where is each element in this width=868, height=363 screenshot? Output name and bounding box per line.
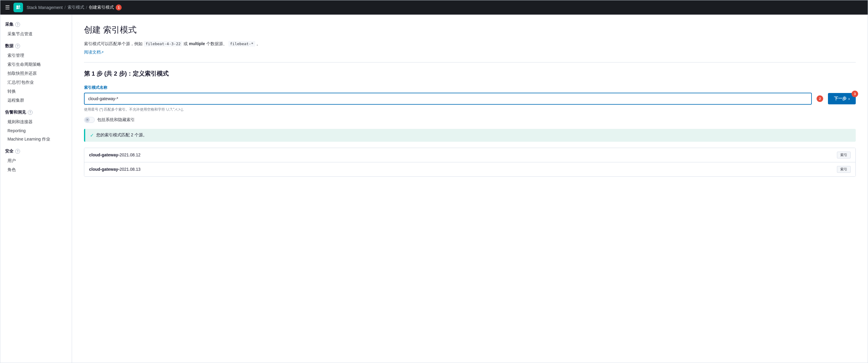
breadcrumb: Stack Management / 索引模式 / 创建索引模式 1 bbox=[27, 4, 122, 10]
success-check-icon: ✓ bbox=[90, 132, 94, 138]
sidebar-section-data: 数据 ? 索引管理 索引生命周期策略 拍取快照并还原 汇总/打包作业 转换 远程… bbox=[0, 41, 72, 105]
security-help-icon[interactable]: ? bbox=[15, 149, 20, 154]
sidebar-item-transform[interactable]: 转换 bbox=[0, 87, 72, 96]
sidebar-item-ilm[interactable]: 索引生命周期策略 bbox=[0, 60, 72, 69]
sidebar-section-alerts: 告警和洞见 ? 规则和连接器 Reporting Machine Learnin… bbox=[0, 107, 72, 144]
page-title: 创建 索引模式 bbox=[84, 24, 856, 36]
breadcrumb-index-patterns[interactable]: 索引模式 bbox=[67, 5, 84, 10]
sidebar-section-collect: 采集 ? 采集节点管道 bbox=[0, 20, 72, 38]
sidebar-item-roles[interactable]: 角色 bbox=[0, 165, 72, 174]
next-step-badge: 3 bbox=[851, 91, 858, 97]
table-row: cloud-gateway-2021.08.13 索引 bbox=[84, 162, 856, 176]
sidebar-section-title-security: 安全 ? bbox=[0, 146, 72, 156]
sidebar-item-rules[interactable]: 规则和连接器 bbox=[0, 118, 72, 126]
top-navigation: ☰ 默 Stack Management / 索引模式 / 创建索引模式 1 bbox=[0, 0, 868, 14]
next-button-wrapper: 3 下一步 › bbox=[828, 93, 856, 104]
success-message: 您的索引模式匹配 2 个源。 bbox=[96, 132, 147, 138]
data-help-icon[interactable]: ? bbox=[15, 44, 20, 49]
input-row: 2 3 下一步 › bbox=[84, 93, 856, 105]
sidebar-section-security: 安全 ? 用户 角色 bbox=[0, 146, 72, 174]
sidebar-item-users[interactable]: 用户 bbox=[0, 156, 72, 165]
step-title: 第 1 步 (共 2 步)：定义索引模式 bbox=[84, 70, 856, 78]
toggle-x-icon: ✕ bbox=[85, 118, 90, 122]
read-docs-link[interactable]: 阅读文档 bbox=[84, 50, 104, 55]
hint-text: 使用星号 (*) 匹配多个索引。不允许使用空格和字符 \,/,?,",<,>,|… bbox=[84, 107, 856, 112]
toggle-row: ✕ 包括系统和隐藏索引 bbox=[84, 117, 856, 123]
sidebar-item-reporting[interactable]: Reporting bbox=[0, 126, 72, 135]
table-row: cloud-gateway-2021.08.12 索引 bbox=[84, 148, 856, 162]
success-banner: ✓ 您的索引模式匹配 2 个源。 bbox=[84, 129, 856, 142]
collect-help-icon[interactable]: ? bbox=[15, 22, 20, 27]
row-name-1: cloud-gateway-2021.08.12 bbox=[89, 152, 141, 157]
system-indices-toggle[interactable]: ✕ bbox=[84, 117, 95, 123]
index-pattern-input[interactable] bbox=[84, 93, 812, 105]
breadcrumb-sep-2: / bbox=[86, 5, 87, 10]
row-badge-2: 索引 bbox=[837, 166, 851, 173]
toggle-label: 包括系统和隐藏索引 bbox=[97, 117, 135, 123]
sidebar-item-snapshot[interactable]: 拍取快照并还原 bbox=[0, 69, 72, 78]
breadcrumb-badge: 1 bbox=[116, 4, 122, 10]
breadcrumb-create-index-pattern: 创建索引模式 bbox=[89, 5, 114, 10]
app-logo: 默 bbox=[13, 3, 23, 12]
input-badge: 2 bbox=[816, 95, 823, 102]
sidebar-item-ml[interactable]: Machine Learning 作业 bbox=[0, 135, 72, 144]
sidebar-section-title-alerts: 告警和洞见 ? bbox=[0, 107, 72, 118]
main-content: 创建 索引模式 索引模式可以匹配单个源，例如 filebeat-4-3-22 或… bbox=[72, 14, 868, 363]
page-description: 索引模式可以匹配单个源，例如 filebeat-4-3-22 或 multipl… bbox=[84, 40, 856, 47]
row-badge-1: 索引 bbox=[837, 152, 851, 158]
sidebar-item-remote-cluster[interactable]: 远程集群 bbox=[0, 96, 72, 105]
breadcrumb-sep-1: / bbox=[65, 5, 66, 10]
sidebar-item-index-management[interactable]: 索引管理 bbox=[0, 51, 72, 60]
matching-indices-table: cloud-gateway-2021.08.12 索引 cloud-gatewa… bbox=[84, 148, 856, 177]
field-label-index-pattern: 索引模式名称 bbox=[84, 85, 856, 90]
sidebar-item-rollup[interactable]: 汇总/打包作业 bbox=[0, 78, 72, 87]
hamburger-icon[interactable]: ☰ bbox=[5, 4, 10, 11]
row-name-2: cloud-gateway-2021.08.13 bbox=[89, 167, 141, 172]
sidebar-item-ingest-pipeline[interactable]: 采集节点管道 bbox=[0, 30, 72, 38]
alerts-help-icon[interactable]: ? bbox=[28, 110, 33, 115]
breadcrumb-stack-management[interactable]: Stack Management bbox=[27, 5, 63, 10]
sidebar-section-title-collect: 采集 ? bbox=[0, 20, 72, 30]
sidebar-section-title-data: 数据 ? bbox=[0, 41, 72, 51]
sidebar: 采集 ? 采集节点管道 数据 ? 索引管理 索引生命周期策略 拍取快照并还原 汇… bbox=[0, 14, 72, 363]
